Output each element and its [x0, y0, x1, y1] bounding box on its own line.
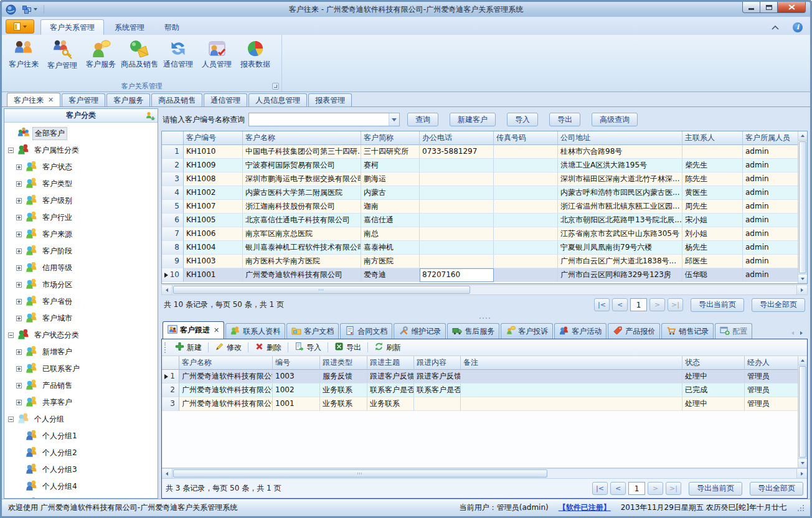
- table-row[interactable]: 3KH1008深圳市鹏海运电子数据交换有限公司鹏海运深圳市福田区深南大道北竹子林…: [162, 172, 798, 186]
- delete-button[interactable]: 删除: [252, 341, 284, 354]
- column-header-状态[interactable]: 状态: [682, 356, 745, 370]
- advanced-query-button[interactable]: 高级查询: [592, 113, 638, 126]
- export-button[interactable]: 导出: [332, 341, 364, 354]
- scroll-right-icon[interactable]: [796, 285, 807, 294]
- column-header-跟进主题[interactable]: 跟进主题: [367, 356, 414, 370]
- detail-tab-产品报价[interactable]: 产品报价: [608, 323, 660, 339]
- table-row[interactable]: 4KH1002内蒙古医科大学第二附属医院内蒙古内蒙古呼和浩特市回民区内蒙古医..…: [162, 186, 798, 200]
- tree-item-客户来源[interactable]: 客户来源: [8, 226, 158, 243]
- tree-item-共享客户[interactable]: 共享客户: [8, 394, 158, 411]
- tree-item-客户行业[interactable]: 客户行业: [8, 209, 158, 226]
- expand-node-icon[interactable]: [16, 282, 24, 288]
- expand-node-icon[interactable]: [16, 181, 24, 187]
- doc-tab-报表管理[interactable]: 报表管理: [308, 93, 352, 106]
- prev-page-button[interactable]: <: [610, 482, 626, 495]
- detail-tab-联系人资料[interactable]: 联系人资料: [225, 323, 285, 339]
- ribbon-button-报表数据[interactable]: 报表数据: [236, 37, 275, 72]
- expand-node-icon[interactable]: [16, 400, 24, 405]
- tree-item-个人分组3[interactable]: 个人分组3: [8, 461, 158, 478]
- new-customer-button[interactable]: 新建客户: [450, 113, 496, 126]
- scrollbar-thumb[interactable]: [799, 366, 806, 458]
- scrollbar-thumb[interactable]: [173, 469, 547, 478]
- tree-item-客户类型[interactable]: 客户类型: [8, 176, 158, 192]
- tree-item-客户阶段[interactable]: 客户阶段: [8, 243, 158, 260]
- export-current-page-button[interactable]: 导出当前页: [689, 482, 742, 496]
- expand-node-icon[interactable]: [16, 349, 24, 355]
- table-row[interactable]: 1广州爱奇迪软件科技有限公司1003服务反馈跟进客户反馈...跟进客户反馈...…: [162, 370, 798, 384]
- tree-item-新增客户[interactable]: 新增客户: [8, 344, 158, 360]
- detail-tab-客户跟进[interactable]: 客户跟进✕: [163, 321, 224, 339]
- column-header-公司地址[interactable]: 公司地址: [558, 131, 682, 145]
- detail-tab-客户投诉[interactable]: 客户投诉: [501, 323, 553, 339]
- tree-item-客户属性分类[interactable]: 客户属性分类: [8, 142, 158, 159]
- ribbon-button-客户往来[interactable]: 客户往来: [4, 37, 43, 72]
- doc-tab-通信管理[interactable]: 通信管理: [204, 93, 247, 106]
- first-page-button[interactable]: |<: [594, 298, 610, 311]
- next-page-button[interactable]: >: [648, 482, 663, 495]
- ribbon-button-通信管理[interactable]: 通信管理: [159, 37, 197, 72]
- vertical-scrollbar[interactable]: [798, 356, 807, 468]
- column-header-主联系人[interactable]: 主联系人: [682, 131, 743, 145]
- detail-tab-客户文档[interactable]: 客户文档: [286, 323, 339, 339]
- expand-node-icon[interactable]: [16, 164, 24, 170]
- doc-tab-商品及销售[interactable]: 商品及销售: [151, 93, 202, 106]
- dialog-launcher-icon[interactable]: [272, 83, 279, 90]
- tree-item-市场分区[interactable]: 市场分区: [8, 276, 158, 293]
- tree-item-客户状态分类[interactable]: 客户状态分类: [8, 327, 158, 344]
- scroll-left-icon[interactable]: [162, 285, 172, 294]
- export-current-page-button[interactable]: 导出当前页: [691, 298, 744, 312]
- scroll-down-icon[interactable]: [798, 458, 807, 468]
- export-button[interactable]: 导出: [549, 113, 580, 126]
- tree-item-个人分组4[interactable]: 个人分组4: [8, 478, 158, 495]
- page-number-input[interactable]: 1: [630, 298, 647, 311]
- new-button[interactable]: 新建: [172, 341, 204, 354]
- table-row[interactable]: 8KH1004银川嘉泰神机工程软件技术有限公司嘉泰神机宁夏银川凤凰南街79号六楼…: [162, 241, 798, 255]
- query-button[interactable]: 查询: [407, 113, 438, 126]
- table-row[interactable]: 5KH1007浙江迦南科技股份有限公司迦南浙江省温州市瓯北镇东瓯工业区园...周…: [162, 200, 798, 214]
- detail-tab-配置[interactable]: 配置: [715, 323, 752, 339]
- tree-item-个人分组1[interactable]: 个人分组1: [8, 428, 158, 445]
- detail-tab-合同文档[interactable]: 合同文档: [340, 323, 392, 339]
- tree-item-客户级别[interactable]: 客户级别: [8, 192, 158, 209]
- doc-tab-客户管理[interactable]: 客户管理: [62, 93, 105, 106]
- column-header-编号[interactable]: 编号: [273, 356, 320, 370]
- tree-item-个人分组2[interactable]: 个人分组2: [8, 445, 158, 461]
- ribbon-tab-客户关系管理[interactable]: 客户关系管理: [40, 19, 104, 35]
- tree-item-客户城市[interactable]: 客户城市: [8, 310, 158, 327]
- table-row[interactable]: 2广州爱奇迪软件科技有限公司1002业务联系联系客户是否...联系客户是否...…: [162, 384, 798, 397]
- help-info-icon[interactable]: i: [793, 22, 803, 32]
- table-row[interactable]: 2KH1009宁波赛柯国际贸易有限公司赛柯洪塘工业A区洪大路195号柴先生adm…: [162, 159, 798, 172]
- collapse-node-icon[interactable]: [8, 148, 16, 153]
- resize-grip[interactable]: [796, 504, 804, 512]
- expand-node-icon[interactable]: [16, 383, 24, 388]
- registered-link[interactable]: 【软件已注册】: [559, 502, 611, 513]
- collapse-node-icon[interactable]: [8, 332, 16, 338]
- ribbon-button-人员管理[interactable]: 人员管理: [197, 37, 236, 72]
- column-header-跟进内容[interactable]: 跟进内容: [414, 356, 461, 370]
- app-icon[interactable]: [6, 4, 16, 15]
- customer-search-combobox[interactable]: [248, 113, 400, 126]
- column-header-传真号码[interactable]: 传真号码: [494, 131, 558, 145]
- ribbon-collapse-icon[interactable]: [772, 26, 779, 30]
- scrollbar-thumb[interactable]: [173, 286, 470, 294]
- table-row[interactable]: 6KH1005北京嘉信仕通电子科技有限公司嘉信仕通北京市朝阳区北苑路甲13号院北…: [162, 214, 798, 227]
- detail-tab-维护记录[interactable]: 维护记录: [394, 323, 446, 339]
- page-number-input[interactable]: 1: [628, 482, 645, 495]
- tree-item-未分组客户[interactable]: 未分组客户: [8, 495, 158, 498]
- scroll-left-icon[interactable]: [162, 469, 172, 478]
- tree-item-产品销售[interactable]: 产品销售: [8, 377, 158, 394]
- tree-item-已联系客户[interactable]: 已联系客户: [8, 360, 158, 377]
- table-row[interactable]: 3广州爱奇迪软件科技有限公司1001业务联系业务联系处理中管理员: [162, 397, 798, 411]
- column-header-客户名称[interactable]: 客户名称: [243, 131, 361, 145]
- first-page-button[interactable]: |<: [592, 482, 608, 495]
- close-button[interactable]: [778, 2, 806, 13]
- vertical-scrollbar[interactable]: [798, 131, 807, 283]
- tree-item-信用等级[interactable]: 信用等级: [8, 260, 158, 276]
- app-menu-button[interactable]: [6, 19, 34, 34]
- table-row[interactable]: 1KH1010中国电子科技集团公司第三十四研...三十四研究所0733-5881…: [162, 145, 798, 159]
- detail-tab-售后服务[interactable]: 售后服务: [447, 323, 499, 339]
- tree-item-客户状态[interactable]: 客户状态: [8, 159, 158, 176]
- detail-tab-销售记录[interactable]: 销售记录: [661, 323, 714, 339]
- column-header-办公电话[interactable]: 办公电话: [420, 131, 494, 145]
- user-list-icon[interactable]: [145, 111, 155, 123]
